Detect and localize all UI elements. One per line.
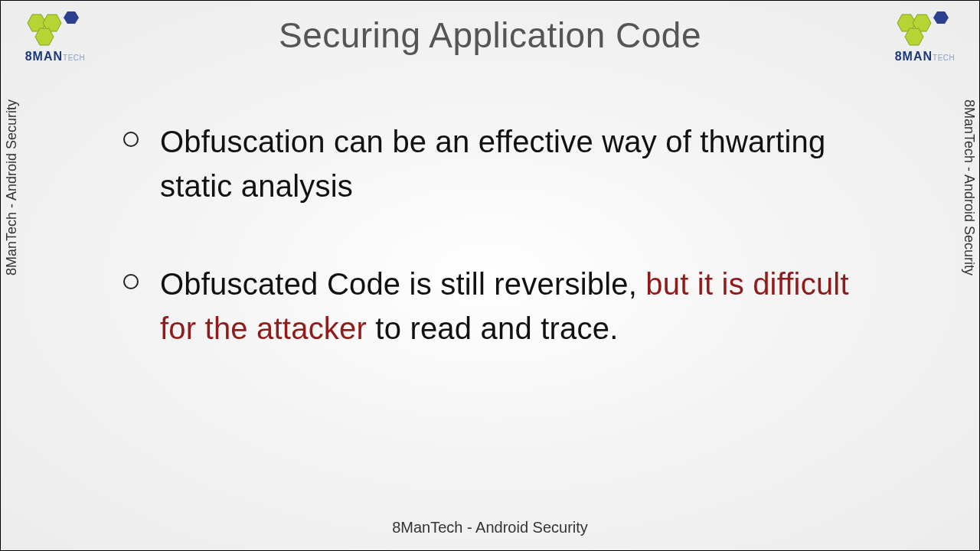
plain-text: Obfuscation can be an effective way of t…	[160, 125, 825, 203]
slide: Securing Application Code 8MANTECH 8MANT…	[0, 0, 980, 551]
slide-title: Securing Application Code	[1, 15, 979, 56]
footer-label: 8ManTech - Android Security	[1, 519, 979, 536]
bullet-item: Obfuscated Code is still reversible, but…	[123, 262, 857, 350]
bullet-item: Obfuscation can be an effective way of t…	[123, 119, 857, 208]
brand-text: 8MANTECH	[13, 50, 97, 64]
bullet-marker-icon	[123, 132, 139, 147]
side-label-left: 8ManTech - Android Security	[4, 99, 20, 276]
brand-logo-right: 8MANTECH	[883, 10, 967, 64]
hex-logo-icon	[21, 10, 89, 48]
hex-logo-icon	[891, 10, 959, 48]
svg-marker-7	[933, 11, 949, 24]
bullet-list: Obfuscation can be an effective way of t…	[123, 119, 857, 404]
brand-text: 8MANTECH	[883, 50, 967, 64]
plain-text: Obfuscated Code is still reversible,	[160, 267, 645, 301]
bullet-text: Obfuscation can be an effective way of t…	[160, 119, 857, 208]
bullet-text: Obfuscated Code is still reversible, but…	[160, 262, 857, 350]
bullet-marker-icon	[123, 274, 139, 289]
svg-marker-3	[64, 11, 79, 24]
plain-text: to read and trace.	[367, 311, 618, 345]
side-label-right: 8ManTech - Android Security	[961, 99, 977, 276]
brand-logo-left: 8MANTECH	[13, 10, 97, 64]
